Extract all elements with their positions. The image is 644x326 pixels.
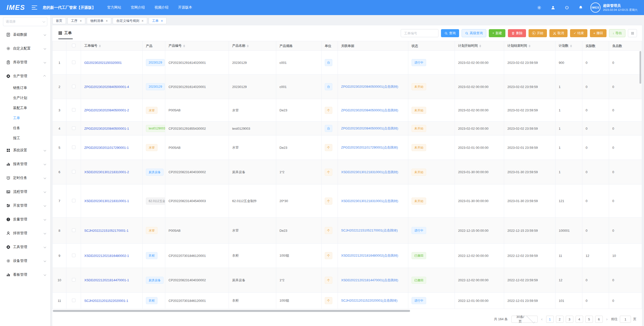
nav-official-site[interactable]: 官方网站 (107, 5, 121, 10)
related-doc-link[interactable]: ZPGD202302020840500001(点击跳转) (341, 126, 398, 131)
vertical-scrollbar-thumb[interactable] (639, 51, 641, 84)
search-input[interactable] (401, 29, 438, 37)
sidebar-item-quality-mgmt[interactable]: 质量管理 (0, 212, 50, 226)
sidebar-item-report-mgmt[interactable]: 报表管理 (0, 157, 50, 171)
sidebar-item-tool-mgmt[interactable]: 工具管理 (0, 240, 50, 254)
row-checkbox[interactable] (72, 108, 75, 112)
related-doc-link[interactable]: XSDD202301301218310001(点击跳转) (341, 170, 398, 174)
finish-button[interactable]: ✓ 结束 (570, 29, 587, 37)
sort-icon[interactable] (570, 44, 572, 48)
nav-open-source[interactable]: 开源版本 (178, 5, 192, 10)
col-plan-start[interactable]: 计划开始时间 (455, 41, 504, 51)
nav-video-intro[interactable]: 视频介绍 (154, 5, 169, 10)
sort-icon[interactable] (479, 44, 481, 48)
sidebar-item-equipment-mgmt[interactable]: 设备管理 (0, 254, 50, 268)
tab-home[interactable]: 首页 (52, 17, 66, 24)
create-button[interactable]: + 新建 (489, 29, 505, 37)
sort-icon[interactable] (529, 44, 531, 48)
prev-page-button[interactable]: ‹ (540, 317, 544, 321)
row-checkbox[interactable] (72, 146, 75, 149)
col-order-no[interactable]: 工单编号 (81, 41, 143, 51)
power-icon[interactable] (565, 6, 569, 10)
work-order-link[interactable]: XSDD202301301218310001-2 (84, 170, 129, 174)
revoke-button[interactable]: « 撤回 (590, 29, 607, 37)
sidebar-menu-select[interactable]: 请选择 (3, 17, 47, 26)
sidebar-item-custom-config[interactable]: 自定义配置 (0, 41, 50, 55)
sidebar-item-shift-mgmt[interactable]: 排班管理 (0, 226, 50, 240)
sidebar-subitem-task[interactable]: 任务 (0, 123, 50, 133)
work-order-link[interactable]: XSDD202212021816480002-1 (84, 254, 129, 258)
export-button[interactable]: ↓ 导出 (609, 29, 625, 37)
sidebar-item-production-mgmt[interactable]: 生产管理 (0, 69, 50, 83)
work-order-link[interactable]: ZPGD202302020840500001-2 (84, 108, 129, 112)
page-button-1[interactable]: 1 (546, 316, 554, 323)
close-icon[interactable]: × (80, 19, 82, 23)
sidebar-item-basic-data[interactable]: 基础数据 (0, 28, 50, 41)
user-block[interactable]: 超级管理员 2023.02.04 12:03:21 星期六 (603, 3, 637, 12)
sort-icon[interactable] (99, 44, 101, 48)
related-doc-link[interactable]: XSDD202212021816480002(点击跳转) (341, 253, 398, 258)
tab-bom[interactable]: 物料清单× (87, 17, 111, 24)
tab-work-order[interactable]: 工单× (149, 17, 167, 24)
page-button-2[interactable]: 2 (556, 316, 564, 323)
advanced-search-button[interactable]: 高级查询 (462, 29, 486, 37)
sidebar-item-dev-mgmt[interactable]: 开发管理 (0, 199, 50, 212)
work-order-link[interactable]: SCJH202212151052170001-1 (84, 229, 129, 232)
close-icon[interactable]: × (141, 19, 143, 23)
row-checkbox[interactable] (72, 85, 75, 88)
related-doc-link[interactable]: SCJH202212151052170001(点击跳转) (341, 228, 398, 233)
sidebar-item-system-settings[interactable]: 系统设置 (0, 143, 50, 157)
work-order-link[interactable]: SCJH202212011522020001-1 (84, 299, 128, 303)
sidebar-item-scheduled-task[interactable]: 定时任务 (0, 171, 50, 185)
row-checkbox[interactable] (72, 126, 75, 130)
delete-button[interactable]: 删除 (508, 29, 526, 37)
row-checkbox[interactable] (72, 170, 75, 173)
row-checkbox[interactable] (72, 299, 75, 302)
related-doc-link[interactable]: ZPGD202302020840500001(点击跳转) (341, 108, 398, 113)
avatar[interactable]: IMES (590, 3, 600, 13)
col-plan-qty[interactable]: 计划数 (555, 41, 582, 51)
bell-icon[interactable] (579, 6, 583, 10)
nav-site-intro[interactable]: 官网介绍 (131, 5, 145, 10)
column-settings-button[interactable] (628, 29, 637, 37)
related-doc-link[interactable]: XSDD202212021814470001(点击跳转) (341, 278, 398, 283)
sort-icon[interactable] (247, 44, 249, 48)
close-icon[interactable]: × (106, 19, 108, 23)
tab-number-rule[interactable]: 自定义编号规则× (113, 17, 147, 24)
next-page-button[interactable]: › (605, 317, 609, 321)
start-button[interactable]: ▶ 开始 (529, 29, 547, 37)
row-checkbox[interactable] (72, 254, 75, 257)
sidebar-subitem-assembly-order[interactable]: 装配工单 (0, 103, 50, 113)
page-size-select[interactable]: 30条/页 (511, 316, 538, 323)
search-button[interactable]: 查询 (441, 29, 459, 37)
tab-process[interactable]: 工序× (67, 17, 85, 24)
sidebar-subitem-work-order[interactable]: 工单 (0, 113, 50, 123)
col-plan-end[interactable]: 计划结束时间 (504, 41, 555, 51)
work-order-link[interactable]: XSDD202212021814470001-1 (84, 278, 129, 282)
page-button-5[interactable]: 5 (585, 316, 593, 323)
col-product-name[interactable]: 产品名称 (229, 41, 276, 51)
sidebar-item-kanban-mgmt[interactable]: 看板管理 (0, 268, 50, 282)
horizontal-scrollbar-thumb[interactable] (53, 310, 410, 312)
cancel-button[interactable]: 取消 (549, 29, 568, 37)
work-order-link[interactable]: ZPGD202302020840500001-1 (84, 127, 129, 130)
row-checkbox[interactable] (72, 228, 75, 232)
work-order-link[interactable]: ZPGD202302020840500001-4 (84, 85, 129, 89)
row-checkbox[interactable] (72, 61, 75, 64)
page-button-6[interactable]: 6 (595, 316, 603, 323)
jump-page-input[interactable] (620, 316, 631, 323)
work-order-link[interactable]: GD202302021150320001 (84, 61, 122, 65)
sort-icon[interactable] (183, 44, 185, 48)
related-doc-link[interactable]: ZPGD202302011017290001(点击跳转) (341, 145, 398, 150)
page-button-4[interactable]: 4 (576, 316, 583, 323)
sidebar-subitem-work-report[interactable]: 报工 (0, 133, 50, 143)
sidebar-subitem-production-plan[interactable]: 生产计划 (0, 93, 50, 103)
col-product-code[interactable]: 产品编号 (165, 41, 229, 51)
page-button-3[interactable]: 3 (566, 316, 573, 323)
sidebar-item-inventory-mgmt[interactable]: 库存管理 (0, 55, 50, 69)
menu-collapse-icon[interactable] (32, 6, 37, 10)
related-doc-link[interactable]: XSDD202301301218310001(点击跳转) (341, 199, 398, 203)
row-checkbox[interactable] (72, 199, 75, 202)
row-checkbox[interactable] (72, 278, 75, 282)
select-all-checkbox[interactable] (72, 44, 75, 47)
